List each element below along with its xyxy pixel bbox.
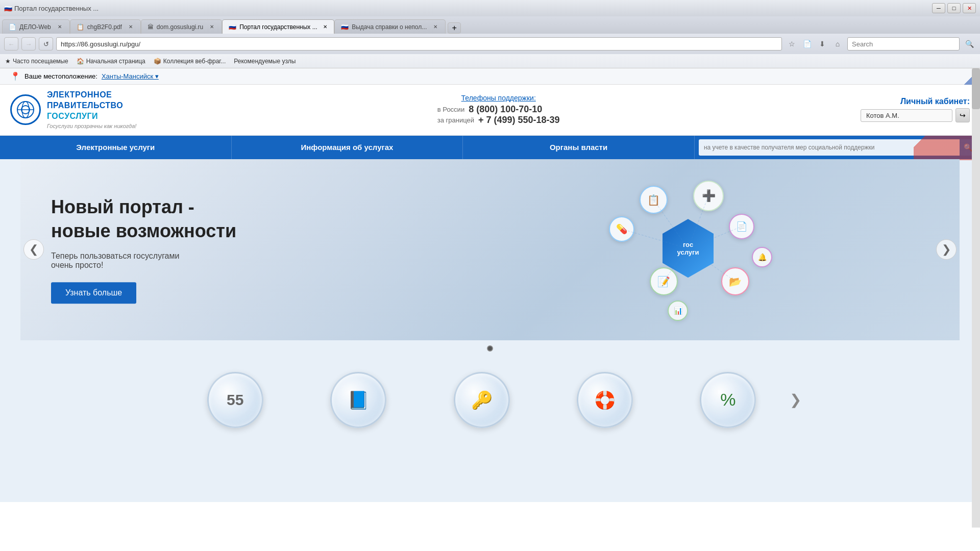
new-tab-button[interactable]: + xyxy=(448,22,461,34)
toolbar-icons: ☆ 📄 ⬇ ⌂ xyxy=(785,37,844,51)
gos-visual-container: гос услуги 💊 📋 ➕ 📄 📝 📂 📊 xyxy=(571,168,785,331)
personal-cabinet-title: Личный кабинет: xyxy=(861,97,970,106)
bookmark-home[interactable]: 🏠 Начальная страница xyxy=(77,58,145,65)
browser-tab-3[interactable]: 🏛 dom.gosuslugi.ru ✕ xyxy=(141,19,222,34)
window-title: Портал государственных ... xyxy=(14,5,99,12)
tab5-close-button[interactable]: ✕ xyxy=(432,23,439,31)
fragment-icon: 📦 xyxy=(154,58,161,65)
orbit-icon-5: 📝 xyxy=(650,267,678,295)
orbit-icon-4: 📄 xyxy=(729,214,754,239)
logo-icon xyxy=(10,94,41,125)
logo-line3: ГОСУСЛУГИ xyxy=(47,111,136,122)
browser-tab-4[interactable]: 🇷🇺 Портал государственных ... ✕ xyxy=(222,19,334,34)
window-controls[interactable]: ─ □ ✕ xyxy=(932,3,976,13)
tab3-favicon: 🏛 xyxy=(148,23,154,31)
tab1-close-button[interactable]: ✕ xyxy=(56,23,63,31)
phone-russia-label: в России xyxy=(437,106,464,113)
service-circle-5: % xyxy=(700,372,756,428)
search-icon: 🔍 xyxy=(964,143,972,152)
reload-button[interactable]: ↺ xyxy=(39,37,53,51)
location-label: Ваше местоположение: xyxy=(24,72,97,80)
chevron-right-icon: ❯ xyxy=(942,243,951,256)
maximize-button[interactable]: □ xyxy=(947,3,961,13)
orbit-icon-1: 💊 xyxy=(609,216,634,242)
orbit-icon-6: 📂 xyxy=(721,267,749,295)
browser-tab-2[interactable]: 📋 chgB2F0.pdf ✕ xyxy=(70,19,141,34)
bookmark-webfragments-label: Коллекция веб-фраг... xyxy=(163,58,226,65)
bookmark-webfragments[interactable]: 📦 Коллекция веб-фраг... xyxy=(154,58,226,65)
exit-icon: ↪ xyxy=(960,111,966,119)
browser-tab-5[interactable]: 🇷🇺 Выдача справки о непол... ✕ xyxy=(334,19,446,34)
bookmark-recommended-label: Рекомендуемые узлы xyxy=(234,58,296,65)
tab2-favicon: 📋 xyxy=(77,23,84,31)
bookmarks-bar: ★ Часто посещаемые 🏠 Начальная страница … xyxy=(0,54,980,68)
logo-line1: ЭЛЕКТРОННОЕ xyxy=(47,90,136,101)
phone-abroad-number: + 7 (499) 550-18-39 xyxy=(478,115,560,126)
bookmark-star-icon[interactable]: ☆ xyxy=(785,37,798,51)
phone-russia-number: 8 (800) 100-70-10 xyxy=(469,104,542,115)
address-bar: ← → ↺ ☆ 📄 ⬇ ⌂ 🔍 xyxy=(0,34,980,54)
hero-content: Новый портал - новые возможности Теперь … xyxy=(51,195,236,304)
reading-list-icon[interactable]: 📄 xyxy=(800,37,814,51)
service-item-1[interactable]: 55 xyxy=(174,367,297,433)
tab2-title: chgB2F0.pdf xyxy=(87,23,122,31)
service-item-5[interactable]: % xyxy=(667,367,790,433)
nav-electronic-services[interactable]: Электронные услуги xyxy=(0,136,232,159)
tab3-close-button[interactable]: ✕ xyxy=(208,23,215,31)
scrollbar-thumb[interactable] xyxy=(972,68,980,109)
minimize-button[interactable]: ─ xyxy=(932,3,945,13)
download-icon[interactable]: ⬇ xyxy=(816,37,829,51)
services-next-arrow[interactable]: ❯ xyxy=(790,391,806,408)
search-input[interactable] xyxy=(847,37,960,51)
tab4-favicon: 🇷🇺 xyxy=(229,23,236,31)
logo-text: ЭЛЕКТРОННОЕ ПРАВИТЕЛЬСТВО ГОСУСЛУГИ Госу… xyxy=(47,90,136,130)
tab3-title: dom.gosuslugi.ru xyxy=(157,23,203,31)
user-name-field[interactable] xyxy=(861,109,952,122)
scrollbar[interactable] xyxy=(972,68,980,528)
phone-abroad-label: за границей xyxy=(437,116,474,124)
phone-area: Телефоны поддержки: в России 8 (800) 100… xyxy=(437,94,560,126)
hero-banner: Новый портал - новые возможности Теперь … xyxy=(20,159,960,340)
phone-russia-row: в России 8 (800) 100-70-10 xyxy=(437,104,560,115)
nav-search-area: 🔍 xyxy=(695,139,980,156)
bookmark-recommended[interactable]: Рекомендуемые узлы xyxy=(234,58,296,65)
phone-abroad-row: за границей + 7 (499) 550-18-39 xyxy=(437,115,560,126)
page-content: 📍 Ваше местоположение: Ханты-Мансийск ▾ … xyxy=(0,68,980,502)
orbit-icon-3: ➕ xyxy=(693,181,724,211)
location-pin-icon: 📍 xyxy=(10,71,20,81)
service-item-2[interactable]: 📘 xyxy=(297,367,420,433)
nav-service-info[interactable]: Информация об услугах xyxy=(232,136,463,159)
title-bar: 🇷🇺 Портал государственных ... ─ □ ✕ xyxy=(0,0,980,16)
home-icon[interactable]: ⌂ xyxy=(831,37,844,51)
back-button[interactable]: ← xyxy=(4,37,18,51)
browser-tab-1[interactable]: 📄 ДЕЛО-Web ✕ xyxy=(2,19,70,34)
nav-search-input[interactable] xyxy=(699,139,960,156)
hero-section: Новый портал - новые возможности Теперь … xyxy=(10,159,970,433)
learn-more-button[interactable]: Узнать больше xyxy=(51,282,136,304)
tab2-close-button[interactable]: ✕ xyxy=(127,23,134,31)
location-city-link[interactable]: Ханты-Мансийск ▾ xyxy=(102,72,159,80)
tab5-title: Выдача справки о непол... xyxy=(352,23,427,31)
tab4-close-button[interactable]: ✕ xyxy=(323,23,328,31)
url-field[interactable] xyxy=(56,37,782,51)
carousel-dot-1[interactable] xyxy=(487,345,493,352)
tab5-favicon: 🇷🇺 xyxy=(341,23,349,31)
close-button[interactable]: ✕ xyxy=(963,3,976,13)
carousel-prev-button[interactable]: ❮ xyxy=(23,239,44,260)
service-item-4[interactable]: 🛟 xyxy=(543,367,666,433)
nav-authorities[interactable]: Органы власти xyxy=(463,136,695,159)
carousel-dots xyxy=(10,340,970,357)
forward-button[interactable]: → xyxy=(21,37,36,51)
personal-action-button[interactable]: ↪ xyxy=(955,108,970,122)
logo-area: ЭЛЕКТРОННОЕ ПРАВИТЕЛЬСТВО ГОСУСЛУГИ Госу… xyxy=(10,90,136,130)
service-item-3[interactable]: 🔑 xyxy=(420,367,543,433)
bookmark-frequent[interactable]: ★ Часто посещаемые xyxy=(5,58,68,65)
carousel-next-button[interactable]: ❯ xyxy=(936,239,957,260)
phone-title[interactable]: Телефоны поддержки: xyxy=(437,94,560,102)
tab1-title: ДЕЛО-Web xyxy=(19,23,51,31)
tabs-bar: 📄 ДЕЛО-Web ✕ 📋 chgB2F0.pdf ✕ 🏛 dom.gosus… xyxy=(0,16,980,34)
hero-visual: гос услуги 💊 📋 ➕ 📄 📝 📂 📊 xyxy=(396,159,960,340)
star-icon: ★ xyxy=(5,58,11,65)
site-nav: Электронные услуги Информация об услугах… xyxy=(0,136,980,159)
service-circle-3: 🔑 xyxy=(454,372,510,428)
